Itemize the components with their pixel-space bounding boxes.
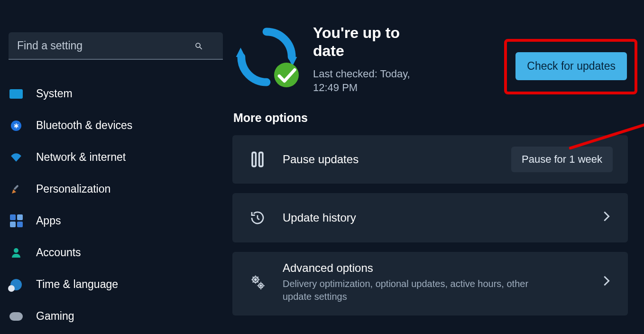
sidebar-item-network[interactable]: Network & internet <box>9 141 222 173</box>
system-icon <box>9 88 24 100</box>
advanced-options-card[interactable]: Advanced options Delivery optimization, … <box>232 252 628 315</box>
checkmark-badge-icon <box>274 63 299 87</box>
svg-line-10 <box>258 218 259 220</box>
card-title: Update history <box>283 211 585 224</box>
bluetooth-icon: ∗ <box>9 120 24 132</box>
sidebar-item-label: Personalization <box>36 183 110 195</box>
annotation-highlight: Check for updates <box>504 39 637 94</box>
sidebar-item-label: Network & internet <box>36 151 126 164</box>
sync-status-icon <box>233 24 300 90</box>
apps-icon <box>9 215 24 227</box>
sidebar-item-personalization[interactable]: Personalization <box>9 173 222 205</box>
sidebar-item-label: Apps <box>36 214 61 227</box>
sidebar-item-bluetooth[interactable]: ∗ Bluetooth & devices <box>9 110 222 141</box>
paintbrush-icon <box>9 183 24 195</box>
pause-icon <box>248 151 267 167</box>
gaming-icon <box>9 310 24 323</box>
status-last-checked: Last checked: Today, 12:49 PM <box>313 67 422 95</box>
sidebar-item-label: System <box>36 87 73 100</box>
svg-rect-7 <box>252 153 256 167</box>
update-history-card[interactable]: Update history <box>232 193 628 242</box>
sidebar-item-apps[interactable]: Apps <box>9 205 222 237</box>
sidebar-item-gaming[interactable]: Gaming <box>9 300 222 332</box>
sidebar-item-label: Time & language <box>36 278 118 291</box>
time-language-icon <box>9 278 24 291</box>
sidebar-item-accounts[interactable]: Accounts <box>9 237 222 269</box>
history-icon <box>248 210 267 225</box>
sidebar-item-label: Gaming <box>36 310 74 323</box>
chevron-right-icon <box>600 275 613 290</box>
sidebar-item-label: Bluetooth & devices <box>36 119 132 132</box>
pause-duration-button[interactable]: Pause for 1 week <box>511 147 613 172</box>
gears-icon <box>248 274 267 290</box>
wifi-icon <box>9 151 24 164</box>
svg-point-14 <box>260 285 262 287</box>
card-subtitle: Delivery optimization, optional updates,… <box>283 278 529 303</box>
sidebar-item-system[interactable]: System <box>9 78 222 110</box>
svg-point-12 <box>255 279 257 281</box>
pause-updates-card[interactable]: Pause updates Pause for 1 week <box>232 135 628 184</box>
accounts-icon <box>9 247 24 259</box>
search-input[interactable] <box>9 32 223 60</box>
card-title: Advanced options <box>283 261 585 275</box>
sidebar-nav: System ∗ Bluetooth & devices Network & i… <box>9 78 222 332</box>
check-for-updates-button[interactable]: Check for updates <box>515 52 627 80</box>
windows-update-panel: You're up to date Last checked: Today, 1… <box>232 0 644 334</box>
more-options-heading: More options <box>233 111 628 125</box>
svg-point-0 <box>196 43 200 47</box>
search-field-wrap <box>9 32 222 60</box>
search-icon <box>194 42 203 50</box>
svg-marker-4 <box>236 47 246 57</box>
sidebar-item-label: Accounts <box>36 246 81 259</box>
chevron-right-icon <box>600 211 613 225</box>
status-title: You're up to date <box>313 24 413 60</box>
card-title: Pause updates <box>283 153 496 166</box>
sidebar-item-time-language[interactable]: Time & language <box>9 269 222 300</box>
svg-rect-8 <box>259 153 263 167</box>
svg-rect-2 <box>13 185 18 190</box>
svg-line-1 <box>200 47 202 49</box>
settings-sidebar: System ∗ Bluetooth & devices Network & i… <box>0 0 232 334</box>
